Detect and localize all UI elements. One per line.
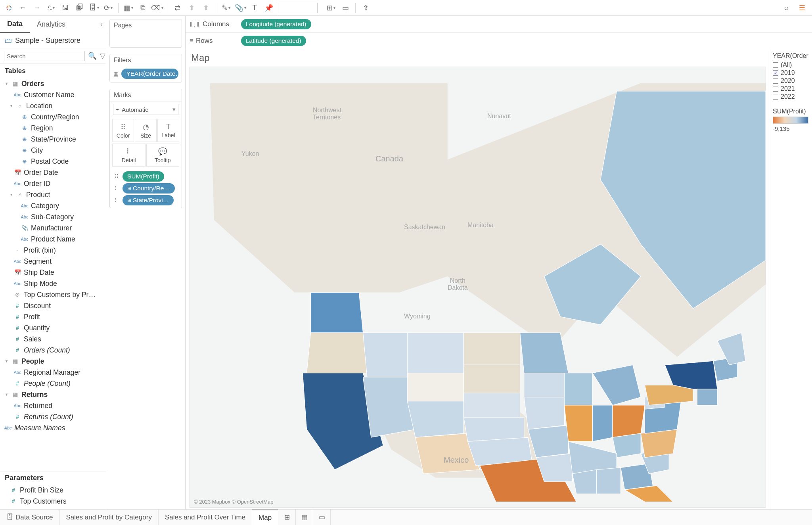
field-regional-manager[interactable]: AbcRegional Manager bbox=[0, 367, 106, 378]
field-customer-name[interactable]: AbcCustomer Name bbox=[0, 89, 106, 100]
marks-detail-button[interactable]: ⠇Detail bbox=[112, 144, 146, 167]
sort-desc-button[interactable]: ⬍ bbox=[199, 1, 213, 15]
field-ship-date[interactable]: 📅Ship Date bbox=[0, 267, 106, 278]
totals-button[interactable]: T bbox=[248, 1, 261, 15]
data-search-input[interactable] bbox=[4, 51, 85, 61]
field-city[interactable]: ⊕City bbox=[0, 145, 106, 156]
toolbar-search-input[interactable] bbox=[278, 3, 318, 13]
field-ship-mode[interactable]: AbcShip Mode bbox=[0, 278, 106, 289]
undo-dropdown[interactable]: ⎌ bbox=[44, 1, 58, 15]
field-manufacturer[interactable]: 📎Manufacturer bbox=[0, 222, 106, 234]
pages-shelf[interactable]: Pages bbox=[109, 19, 182, 48]
columns-shelf[interactable]: ⫿⫿⫿Columns Longitude (generated) bbox=[186, 16, 812, 33]
year-filter-2021[interactable]: 2021 bbox=[773, 85, 810, 93]
field-location[interactable]: ▾♂Location bbox=[0, 100, 106, 111]
pin-button[interactable]: 📌 bbox=[262, 1, 276, 15]
forward-button[interactable]: → bbox=[30, 1, 44, 15]
marks-color-button[interactable]: ⠿Color bbox=[112, 119, 134, 142]
field-order-date[interactable]: 📅Order Date bbox=[0, 167, 106, 178]
color-icon: ⠿ bbox=[121, 123, 126, 131]
field-orders-count[interactable]: #Orders (Count) bbox=[0, 345, 106, 356]
mark-pill-sum-profit[interactable]: SUM(Profit) bbox=[123, 171, 164, 182]
refresh-button[interactable]: ⟳ bbox=[102, 1, 115, 15]
year-filter-2020[interactable]: 2020 bbox=[773, 77, 810, 85]
fit-dropdown[interactable]: ⊞ bbox=[324, 1, 338, 15]
table-icon: ▦ bbox=[11, 79, 19, 88]
duplicate-button[interactable]: ⧉ bbox=[136, 1, 149, 15]
field-state-province[interactable]: ⊕State/Province bbox=[0, 134, 106, 145]
mark-pill-state[interactable]: ⊞State/Provi… bbox=[123, 195, 174, 205]
search-icon[interactable]: 🔍 bbox=[88, 52, 97, 60]
datasource-tab[interactable]: 🗄Data Source bbox=[0, 510, 60, 525]
mark-type-select[interactable]: ⌁ Automatic ▾ bbox=[113, 104, 178, 115]
year-filter-2019[interactable]: ✓2019 bbox=[773, 69, 810, 77]
collapse-data-pane-icon[interactable]: ‹ bbox=[100, 20, 103, 29]
param-profit-bin-size[interactable]: #Profit Bin Size bbox=[0, 485, 106, 496]
filter-icon[interactable]: ▽ bbox=[100, 52, 105, 60]
guide-button[interactable]: ⌕ bbox=[779, 1, 793, 15]
share-button[interactable]: ⇪ bbox=[359, 1, 372, 15]
marks-tooltip-button[interactable]: 💬Tooltip bbox=[146, 144, 180, 167]
rows-pill-latitude[interactable]: Latitude (generated) bbox=[241, 36, 306, 46]
new-datasource-button[interactable]: 🗐 bbox=[73, 1, 86, 15]
table-orders[interactable]: ▾▦Orders bbox=[0, 78, 106, 89]
sheet-tab-map[interactable]: Map bbox=[252, 510, 278, 525]
year-filter-2022[interactable]: 2022 bbox=[773, 93, 810, 101]
field-measure-names[interactable]: AbcMeasure Names bbox=[0, 422, 106, 433]
new-story-tab[interactable]: ▭ bbox=[313, 510, 331, 525]
marks-size-button[interactable]: ◔Size bbox=[135, 119, 157, 142]
field-sub-category[interactable]: AbcSub-Category bbox=[0, 211, 106, 222]
mark-pill-country[interactable]: ⊞Country/Re… bbox=[123, 183, 175, 194]
field-country-region[interactable]: ⊕Country/Region bbox=[0, 111, 106, 123]
map-visualization[interactable]: Northwest Territories Yukon Nunavut Cana… bbox=[190, 67, 766, 508]
back-button[interactable]: ← bbox=[16, 1, 29, 15]
field-profit[interactable]: #Profit bbox=[0, 311, 106, 322]
swap-button[interactable]: ⇄ bbox=[170, 1, 184, 15]
field-sales[interactable]: #Sales bbox=[0, 333, 106, 345]
columns-pill-longitude[interactable]: Longitude (generated) bbox=[241, 19, 311, 29]
tab-data[interactable]: Data bbox=[0, 16, 30, 33]
field-discount[interactable]: #Discount bbox=[0, 300, 106, 311]
clear-button[interactable]: ⌫ bbox=[150, 1, 164, 15]
string-icon: Abc bbox=[13, 279, 21, 288]
sort-asc-button[interactable]: ⬍ bbox=[185, 1, 198, 15]
highlight-button[interactable]: ✎ bbox=[219, 1, 233, 15]
show-me-button[interactable]: ☰ bbox=[795, 1, 809, 15]
tab-analytics[interactable]: Analytics bbox=[30, 16, 73, 33]
field-profit-bin[interactable]: ⫞Profit (bin) bbox=[0, 245, 106, 256]
number-icon: # bbox=[13, 323, 21, 333]
presentation-button[interactable]: ▭ bbox=[339, 1, 352, 15]
sheet-tab-2[interactable]: Sales and Profit Over Time bbox=[159, 510, 252, 525]
filters-shelf[interactable]: Filters ▦ YEAR(Order Date… bbox=[109, 54, 182, 82]
table-people[interactable]: ▾▦People bbox=[0, 356, 106, 367]
field-top-customers[interactable]: ⊘Top Customers by Pr… bbox=[0, 289, 106, 300]
field-returned[interactable]: AbcReturned bbox=[0, 400, 106, 411]
field-order-id[interactable]: AbcOrder ID bbox=[0, 178, 106, 189]
rows-shelf[interactable]: ≡Rows Latitude (generated) bbox=[186, 33, 812, 49]
field-segment[interactable]: AbcSegment bbox=[0, 256, 106, 267]
field-category[interactable]: AbcCategory bbox=[0, 200, 106, 211]
sheet-tab-1[interactable]: Sales and Profit by Category bbox=[60, 510, 159, 525]
save-button[interactable]: 🖫 bbox=[59, 1, 72, 15]
field-product[interactable]: ▾♂Product bbox=[0, 189, 106, 200]
datasource-row[interactable]: 🗃 Sample - Superstore bbox=[0, 33, 106, 48]
field-region[interactable]: ⊕Region bbox=[0, 123, 106, 134]
table-returns[interactable]: ▾▦Returns bbox=[0, 389, 106, 400]
field-people-count[interactable]: #People (Count) bbox=[0, 378, 106, 389]
color-legend-gradient[interactable] bbox=[773, 117, 808, 124]
new-worksheet-tab[interactable]: ⊞ bbox=[278, 510, 296, 525]
globe-icon: ⊕ bbox=[21, 157, 29, 166]
param-top-customers[interactable]: #Top Customers bbox=[0, 496, 106, 507]
new-worksheet-button[interactable]: ▦ bbox=[122, 1, 135, 15]
new-dashboard-tab[interactable]: ▦ bbox=[296, 510, 313, 525]
group-button[interactable]: 📎 bbox=[234, 1, 247, 15]
year-filter-all[interactable]: (All) bbox=[773, 61, 810, 69]
field-quantity[interactable]: #Quantity bbox=[0, 322, 106, 333]
field-product-name[interactable]: AbcProduct Name bbox=[0, 234, 106, 245]
filter-pill-year[interactable]: YEAR(Order Date… bbox=[121, 69, 178, 79]
marks-label-button[interactable]: TLabel bbox=[157, 119, 179, 142]
pause-data-button[interactable]: 🗄 bbox=[87, 1, 101, 15]
field-returns-count[interactable]: #Returns (Count) bbox=[0, 411, 106, 422]
field-postal-code[interactable]: ⊕Postal Code bbox=[0, 156, 106, 167]
sheet-title[interactable]: Map bbox=[186, 49, 770, 65]
